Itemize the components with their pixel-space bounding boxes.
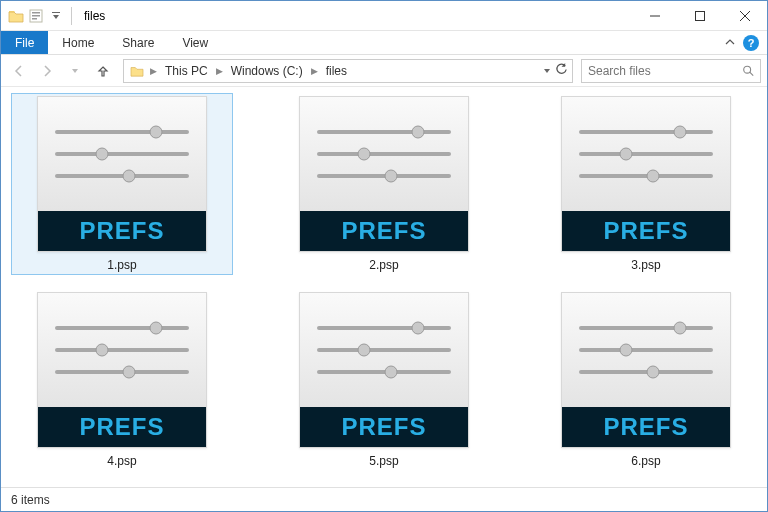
breadcrumb-item[interactable]: This PC xyxy=(161,60,212,82)
file-thumbnail: PREFS xyxy=(561,292,731,448)
file-thumbnail: PREFS xyxy=(299,292,469,448)
back-button[interactable] xyxy=(7,59,31,83)
file-name: 6.psp xyxy=(631,454,660,468)
svg-rect-2 xyxy=(32,15,40,17)
up-button[interactable] xyxy=(91,59,115,83)
prefs-label: PREFS xyxy=(341,217,426,245)
file-pane[interactable]: PREFS1.pspPREFS2.pspPREFS3.pspPREFS4.psp… xyxy=(1,87,767,487)
file-thumbnail: PREFS xyxy=(299,96,469,252)
file-name: 3.psp xyxy=(631,258,660,272)
maximize-button[interactable] xyxy=(677,1,722,31)
tab-home[interactable]: Home xyxy=(48,31,108,54)
minimize-button[interactable] xyxy=(632,1,677,31)
svg-rect-1 xyxy=(32,12,40,14)
ribbon-tabs: File Home Share View ? xyxy=(1,31,767,55)
tab-share[interactable]: Share xyxy=(108,31,168,54)
ribbon-expand-icon[interactable] xyxy=(725,36,735,50)
file-name: 4.psp xyxy=(107,454,136,468)
chevron-right-icon[interactable]: ▶ xyxy=(148,66,159,76)
folder-icon xyxy=(7,7,25,25)
sliders-icon xyxy=(579,314,713,386)
item-count: 6 items xyxy=(11,493,50,507)
address-dropdown-icon[interactable] xyxy=(543,64,551,78)
chevron-right-icon[interactable]: ▶ xyxy=(214,66,225,76)
file-grid: PREFS1.pspPREFS2.pspPREFS3.pspPREFS4.psp… xyxy=(11,93,757,471)
svg-line-10 xyxy=(750,72,753,75)
file-name: 2.psp xyxy=(369,258,398,272)
recent-locations-icon[interactable] xyxy=(63,59,87,83)
forward-button[interactable] xyxy=(35,59,59,83)
file-item[interactable]: PREFS5.psp xyxy=(273,289,495,471)
prefs-label: PREFS xyxy=(79,217,164,245)
svg-rect-6 xyxy=(695,11,704,20)
navigation-bar: ▶ This PC ▶ Windows (C:) ▶ files xyxy=(1,55,767,87)
folder-icon xyxy=(128,62,146,80)
file-item[interactable]: PREFS2.psp xyxy=(273,93,495,275)
sliders-icon xyxy=(317,118,451,190)
svg-rect-3 xyxy=(32,18,37,20)
search-input[interactable] xyxy=(588,64,742,78)
sliders-icon xyxy=(317,314,451,386)
file-name: 5.psp xyxy=(369,454,398,468)
tab-view[interactable]: View xyxy=(168,31,222,54)
prefs-label: PREFS xyxy=(603,217,688,245)
sliders-icon xyxy=(579,118,713,190)
file-item[interactable]: PREFS3.psp xyxy=(535,93,757,275)
prefs-label: PREFS xyxy=(341,413,426,441)
sliders-icon xyxy=(55,314,189,386)
address-bar[interactable]: ▶ This PC ▶ Windows (C:) ▶ files xyxy=(123,59,573,83)
file-thumbnail: PREFS xyxy=(37,96,207,252)
breadcrumb-item[interactable]: Windows (C:) xyxy=(227,60,307,82)
properties-icon[interactable] xyxy=(27,7,45,25)
file-name: 1.psp xyxy=(107,258,136,272)
file-item[interactable]: PREFS6.psp xyxy=(535,289,757,471)
window-title: files xyxy=(84,9,105,23)
chevron-right-icon[interactable]: ▶ xyxy=(309,66,320,76)
sliders-icon xyxy=(55,118,189,190)
quick-access-toolbar: files xyxy=(1,7,105,25)
file-thumbnail: PREFS xyxy=(561,96,731,252)
dropdown-icon[interactable] xyxy=(47,7,65,25)
file-thumbnail: PREFS xyxy=(37,292,207,448)
prefs-label: PREFS xyxy=(79,413,164,441)
window-controls xyxy=(632,1,767,31)
separator xyxy=(71,7,72,25)
status-bar: 6 items xyxy=(1,487,767,511)
search-box[interactable] xyxy=(581,59,761,83)
close-button[interactable] xyxy=(722,1,767,31)
file-item[interactable]: PREFS1.psp xyxy=(11,93,233,275)
refresh-icon[interactable] xyxy=(555,63,568,79)
file-item[interactable]: PREFS4.psp xyxy=(11,289,233,471)
svg-point-9 xyxy=(744,66,751,73)
search-icon xyxy=(742,64,754,77)
titlebar: files xyxy=(1,1,767,31)
breadcrumb-item[interactable]: files xyxy=(322,60,351,82)
tab-file[interactable]: File xyxy=(1,31,48,54)
help-icon[interactable]: ? xyxy=(743,35,759,51)
svg-rect-4 xyxy=(52,12,60,13)
prefs-label: PREFS xyxy=(603,413,688,441)
